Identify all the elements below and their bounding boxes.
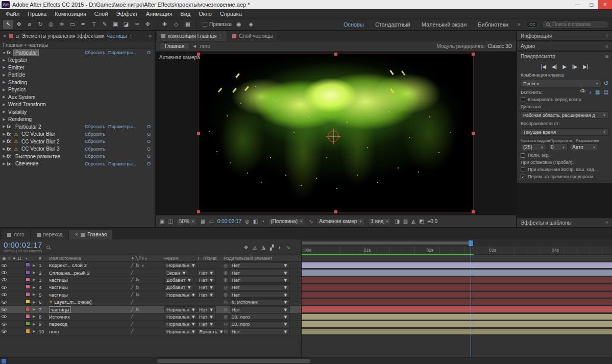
effect-row[interactable]: ▶ fx ⚠ Particular 2 Сбросить Параметры..… [0,123,155,131]
twirl-icon[interactable]: ▶ [33,285,39,289]
fx-badge-icon[interactable]: fx [7,154,14,159]
selection-handle[interactable] [197,132,200,135]
menu-item[interactable]: Слой [90,11,112,17]
layer-duration-bar[interactable] [302,299,612,305]
exposure-value[interactable]: +0,0 [427,219,437,224]
effect-row[interactable]: ▶ fx ⚠ Emitter [0,64,155,71]
layer-lane[interactable] [302,306,612,313]
pixel-aspect-icon[interactable]: ◨ [395,219,399,224]
twirl-icon[interactable]: ▶ [2,162,7,166]
twirl-icon[interactable]: ▶ [33,307,39,311]
layer-color-swatch[interactable] [26,262,30,267]
twirl-icon[interactable]: ▶ [33,300,39,304]
snap-checkbox[interactable] [203,22,207,27]
options-link[interactable]: Параметры... [108,161,147,166]
minimize-button[interactable]: — [571,0,584,9]
zoom-tool-icon[interactable]: ⌀ [25,20,35,29]
quality-switch[interactable]: ╱ [131,292,133,297]
layer-color-swatch[interactable] [26,277,30,282]
layer-row[interactable]: ▶ 8 ☀ Источник ╱ fx ◐ [0,313,301,321]
creative-cloud-icon[interactable]: CC [527,21,538,28]
timeline-search-icon[interactable] [46,246,50,249]
timeline-tab[interactable]: ✕ лого [2,230,30,239]
effect-name[interactable]: Physics [7,87,27,92]
reset-preview-icon[interactable]: ↺ [604,80,608,87]
help-search[interactable] [542,20,609,29]
layer-name[interactable]: частицы [49,292,68,298]
quality-switch[interactable]: ╱ [131,285,133,290]
twirl-icon[interactable]: ▶ [2,154,7,158]
twirl-icon[interactable]: ▼ [2,51,7,55]
breadcrumb-comp[interactable]: Главная [3,42,22,48]
draft-3d-icon[interactable]: ◬ [253,245,257,250]
fx-switch[interactable]: fx [136,292,139,297]
layer-anchor-point[interactable] [328,131,339,142]
blend-mode-dropdown[interactable]: Добавит ▼ [164,277,193,283]
visibility-toggle[interactable] [2,330,7,333]
parent-dropdown[interactable]: 10. лого ▼ [230,313,290,320]
layer-color-swatch[interactable] [26,292,30,297]
twirl-icon[interactable]: ▶ [2,147,7,151]
eraser-tool-icon[interactable]: ◪ [121,20,131,29]
main-viewer-icon[interactable]: ◫ [168,219,173,224]
layer-duration-bar[interactable] [302,321,612,327]
panel-title[interactable]: Элементы управления эффектами [21,33,104,39]
workspace-overflow-icon[interactable]: » [515,21,524,27]
twirl-icon[interactable]: ▶ [2,95,7,99]
trkmat-column-header[interactable]: T TrkMat [197,256,224,261]
twirl-icon[interactable]: ▶ [33,263,39,268]
about-link[interactable]: О [147,154,153,159]
layer-duration-bar[interactable] [302,284,612,290]
pickwhip-icon[interactable]: ◎ [224,314,228,319]
parent-dropdown[interactable]: Нет ▼ [230,262,290,269]
blend-mode-dropdown[interactable]: Нормальн ▼ [164,321,197,327]
panel-overflow-icon[interactable]: » [149,33,152,39]
playhead-line[interactable] [471,239,471,357]
effect-name[interactable]: Emitter [7,65,26,70]
layer-name[interactable]: Источник [49,314,70,320]
video-column-icon[interactable]: ◉ [2,256,6,261]
current-time-display[interactable]: 0:00:02:17 [217,219,241,224]
trkmat-dropdown[interactable]: Нет ▼ [197,292,216,298]
reset-link[interactable]: Сбросить [85,139,108,144]
timeline-tab[interactable]: ✕ переход [31,230,68,239]
preview-panel-header[interactable]: Предпросмотр ≡ [517,52,612,61]
quality-switch[interactable]: ╱ [131,322,133,327]
render-module-value[interactable]: Classic 3D [487,43,512,49]
reset-link[interactable]: Сбросить [85,147,108,152]
source-name-column-header[interactable]: Имя источника [49,256,131,261]
fullscreen-checkbox[interactable] [521,153,525,158]
timeline-tab[interactable]: ✕ Главная [69,230,112,239]
motion-blur-icon[interactable]: ◐ [279,245,282,250]
mode-column-header[interactable]: Режим [164,256,197,261]
pickwhip-icon[interactable]: ◎ [224,270,228,275]
layer-row[interactable]: ▶ 4 ☀ частицы ╱ fx ◐ Д [0,284,301,291]
about-link[interactable]: О [147,50,153,55]
trkmat-dropdown[interactable]: Нет ▼ [197,277,216,283]
playhead-marker[interactable] [469,240,473,246]
comp-nav-previous[interactable]: лого [200,43,210,49]
axis-mode-view-icon[interactable]: ▦ [183,20,193,29]
fx-switch[interactable]: fx [136,285,139,290]
layer-name[interactable]: Коррект... слой 2 [49,262,87,268]
selection-tool-icon[interactable]: ↖ [3,20,13,29]
panel-menu-icon[interactable]: ≡ [605,220,608,226]
layer-lane[interactable] [302,292,612,299]
effect-row[interactable]: ▶ fx ⚠ Particle [0,71,155,79]
region-of-interest-icon[interactable]: ▭ [209,219,213,224]
effect-row[interactable]: ▶ fx ⚠ Быстрое размытие Сбросить О [0,153,155,160]
reset-link[interactable]: Сбросить [85,161,108,166]
always-preview-icon[interactable]: ▣ [160,219,164,224]
effect-row[interactable]: ▶ fx ⚠ CC Vector Blur Сбросить О [0,131,155,138]
blend-mode-dropdown[interactable]: Нормальн ▼ [164,292,197,298]
panel-menu-icon[interactable]: ≡ [219,33,223,39]
fast-previews-icon[interactable]: ∿ [309,219,313,224]
brush-tool-icon[interactable]: ✎ [100,20,110,29]
twirl-icon[interactable]: ▶ [2,73,7,77]
parent-dropdown[interactable]: Нет ▼ [230,292,290,298]
quality-switch[interactable]: ╱ [131,270,133,275]
twirl-icon[interactable]: ▶ [33,278,39,282]
guides-icon[interactable]: ▥ [403,219,408,224]
twirl-icon[interactable]: ▶ [2,65,7,69]
grid-guides-icon[interactable]: ▦ [201,219,205,224]
